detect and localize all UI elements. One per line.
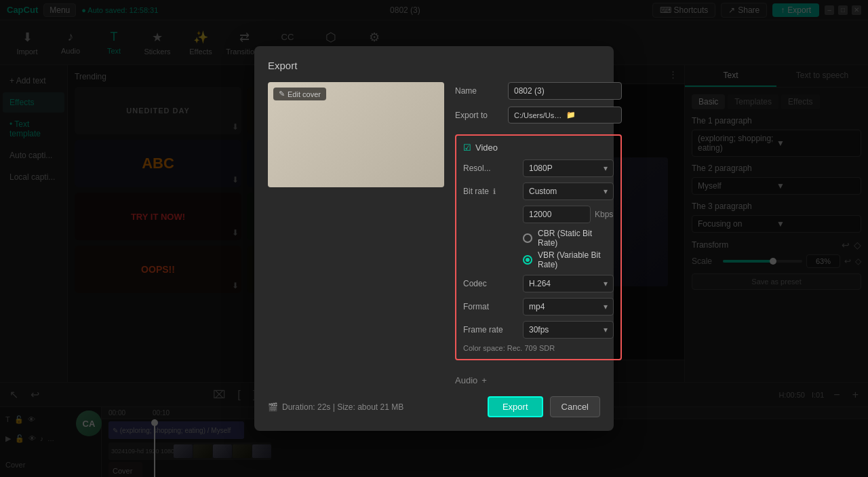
radio-dot [526,258,530,262]
export-path-value: C:/Users/Usman/App... [514,111,564,119]
format-label: Format [463,302,517,311]
chevron-down-icon: ▾ [604,302,608,311]
codec-select[interactable]: H.264 ▾ [523,275,614,292]
codec-row: Codec H.264 ▾ [463,275,614,292]
folder-icon[interactable]: 📁 [566,111,616,119]
export-button[interactable]: Export [488,396,543,417]
video-check-row: ☑ Video [463,142,614,153]
bitrate-label: Bit rate ℹ [463,187,517,196]
bitrate-select[interactable]: Custom ▾ [523,183,614,200]
export-to-row: Export to C:/Users/Usman/App... 📁 [455,107,622,123]
export-path-selector[interactable]: C:/Users/Usman/App... 📁 [508,107,622,123]
resolution-label: Resol... [463,164,517,173]
format-value: mp4 [529,302,545,311]
bitrate-info-icon: ℹ [493,187,496,195]
bitrate-kbps-input[interactable] [523,206,591,223]
framerate-row: Frame rate 30fps ▾ [463,321,614,339]
modal-form: Name Export to C:/Users/Usman/App... 📁 ☑… [455,82,622,385]
film-icon: 🎬 [268,402,278,412]
chevron-down-icon: ▾ [604,187,608,196]
framerate-label: Frame rate [463,325,517,335]
edit-icon: ✎ [279,90,285,98]
chevron-down-icon: ▾ [604,164,608,173]
export-modal: Export ✎ Edit cover Name Export to [254,46,614,431]
name-row: Name [455,82,622,100]
cbr-label: CBR (Static Bit Rate) [538,229,614,248]
edit-cover-label: Edit cover [288,90,321,98]
chevron-down-icon: ▾ [604,279,608,288]
duration-size-info: Duration: 22s | Size: about 21 MB [282,402,403,412]
bitrate-input-row: Kbps [523,206,614,223]
bitrate-label-text: Bit rate [463,187,489,196]
format-select[interactable]: mp4 ▾ [523,298,614,316]
name-input[interactable] [508,82,622,100]
vbr-radio-row: VBR (Variable Bit Rate) [523,250,614,269]
bitrate-row: Bit rate ℹ Custom ▾ [463,183,614,200]
resolution-select[interactable]: 1080P ▾ [523,159,614,177]
modal-footer: 🎬 Duration: 22s | Size: about 21 MB Expo… [268,396,600,417]
resolution-row: Resol... 1080P ▾ [463,159,614,177]
bitrate-value: Custom [529,187,557,196]
audio-section-toggle[interactable]: Audio + [455,375,622,385]
color-space-info: Color space: Rec. 709 SDR [463,344,614,352]
footer-info: 🎬 Duration: 22s | Size: about 21 MB [268,402,403,412]
edit-cover-button[interactable]: ✎ Edit cover [273,88,326,100]
modal-title: Export [268,60,600,71]
codec-value: H.264 [529,279,551,288]
modal-body: ✎ Edit cover Name Export to C:/Users/Usm… [268,82,600,385]
video-section: ☑ Video Resol... 1080P ▾ Bit rate ℹ [455,134,622,360]
vbr-label: VBR (Variable Bit Rate) [538,250,614,269]
cancel-button[interactable]: Cancel [550,396,600,417]
video-label: Video [475,142,498,153]
codec-label: Codec [463,279,517,288]
modal-preview: ✎ Edit cover [268,82,444,187]
audio-section-label: Audio [455,375,477,385]
resolution-value: 1080P [529,164,553,173]
cbr-radio-row: CBR (Static Bit Rate) [523,229,614,248]
plus-icon: + [481,375,487,385]
name-label: Name [455,86,502,96]
video-checkbox[interactable]: ☑ [463,142,471,153]
framerate-select[interactable]: 30fps ▾ [523,321,614,339]
footer-buttons: Export Cancel [488,396,600,417]
framerate-value: 30fps [529,325,549,335]
chevron-down-icon: ▾ [604,325,608,335]
bitrate-unit: Kbps [595,210,613,219]
vbr-radio[interactable] [523,255,532,265]
format-row: Format mp4 ▾ [463,298,614,316]
export-to-label: Export to [455,111,502,120]
export-modal-overlay: Export ✎ Edit cover Name Export to [0,0,868,477]
cbr-radio[interactable] [523,233,532,243]
